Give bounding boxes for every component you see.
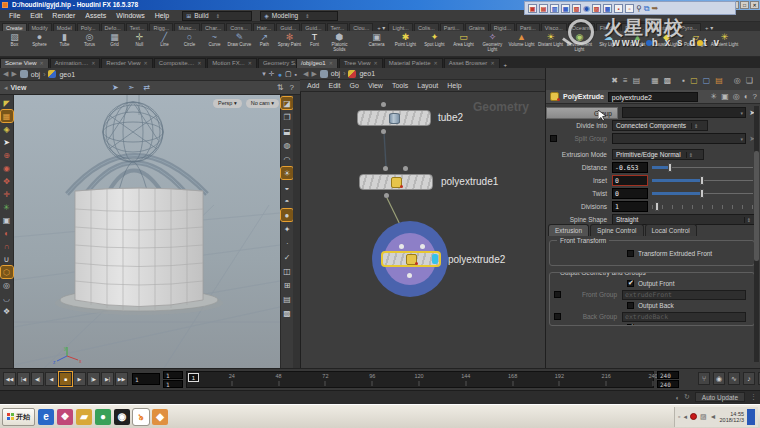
recorder-button-9[interactable]: ▫ xyxy=(625,4,634,13)
shelf-tool[interactable]: ☀ Distant Light xyxy=(536,31,565,52)
path-root[interactable]: obj xyxy=(331,70,340,77)
range-end-field[interactable]: 240 xyxy=(657,371,679,379)
desktop-selector[interactable]: ⊞ Build ⇕ xyxy=(182,11,252,21)
output-side-checkbox[interactable] xyxy=(627,324,634,326)
playback-button[interactable]: ▶| xyxy=(101,372,114,386)
pane-tab[interactable]: Material Palette ✕ xyxy=(384,58,443,68)
recorder-button-4[interactable]: ▦ xyxy=(561,4,570,13)
recorder-button-7[interactable]: ▩ xyxy=(603,4,612,13)
close-icon[interactable]: ✕ xyxy=(40,59,44,68)
recorder-button-6[interactable]: ▨ xyxy=(592,4,601,13)
shelf-tool[interactable]: ◎ Torus xyxy=(77,31,102,56)
shelf-tool[interactable]: ◉ Environment Light xyxy=(565,31,594,52)
playback-button[interactable]: ■ xyxy=(59,372,72,386)
node-input-dot[interactable] xyxy=(420,244,425,249)
more-icon[interactable]: ⋮ xyxy=(750,393,757,401)
shelf-tool[interactable]: ▲ GI Light xyxy=(623,31,652,52)
node-output-dot[interactable] xyxy=(384,193,389,198)
shelf-tab[interactable]: Rigg... xyxy=(149,23,173,31)
blue-panel-icon[interactable]: ▢ xyxy=(703,76,711,85)
playback-start-field[interactable]: 1 xyxy=(163,380,183,388)
tray-network-icon[interactable]: ▨ xyxy=(700,413,707,421)
param-enable-checkbox[interactable] xyxy=(554,313,561,320)
viewport-tool-icon[interactable]: ◉ xyxy=(1,162,13,174)
menu-item[interactable]: Render xyxy=(47,12,80,19)
start-button[interactable]: 开始 xyxy=(2,408,35,426)
floating-panel-icon[interactable]: ❏ xyxy=(746,76,753,85)
viewport-tool-icon[interactable]: ⊕ xyxy=(1,149,13,161)
shelf-tool[interactable]: ▦ Grid xyxy=(102,31,127,56)
realtime-toggle-icon[interactable]: ◉ xyxy=(713,372,725,385)
select-objects-icon[interactable]: ➤ xyxy=(112,83,119,92)
network-menu-item[interactable]: View xyxy=(368,82,383,89)
viewport-tool-icon[interactable]: ∪ xyxy=(1,253,13,265)
close-icon[interactable]: ✕ xyxy=(329,59,333,68)
shelf-tab[interactable]: Parti... xyxy=(440,23,464,31)
group-field[interactable]: ▾ xyxy=(622,107,746,118)
node-input-dot[interactable] xyxy=(403,166,408,171)
quick-launch-icon[interactable]: ❖ xyxy=(57,409,73,425)
node-name-field[interactable]: polyextrude2 xyxy=(608,92,698,102)
help-icon[interactable]: ? xyxy=(290,83,294,92)
node-label[interactable]: polyextrude2 xyxy=(448,254,505,265)
shelf-tab[interactable]: Popul... xyxy=(621,23,648,31)
viewport-tool-icon[interactable]: ✛ xyxy=(1,188,13,200)
viewport-tool-icon[interactable]: ◡ xyxy=(1,292,13,304)
display-option-icon[interactable]: ⬓ xyxy=(281,125,293,137)
camera-menu[interactable]: No cam ▾ xyxy=(246,99,279,108)
divisions-field[interactable]: 1 xyxy=(612,201,648,212)
snap-icon[interactable]: ⇄ xyxy=(143,83,150,92)
node-label[interactable]: polyextrude1 xyxy=(441,176,498,187)
network-menu-item[interactable]: Add xyxy=(307,82,319,89)
layout-icon[interactable]: ⇅ xyxy=(277,83,284,92)
shelf-tool[interactable]: ⬢ Platonic Solids xyxy=(327,31,352,56)
compass-icon[interactable]: ◉ xyxy=(583,4,590,13)
audio-options-icon[interactable]: ♪ xyxy=(743,372,755,385)
shelf-tab[interactable]: Grains xyxy=(465,23,489,31)
view-tool-label[interactable]: View xyxy=(11,84,27,91)
tree-icon[interactable]: ≡ xyxy=(623,76,628,85)
shelf-tab[interactable]: Model xyxy=(53,23,76,31)
display-option-icon[interactable]: ◒ xyxy=(281,181,293,193)
shelf-tool[interactable]: ▮ Tube xyxy=(52,31,77,56)
display-option-icon[interactable]: ◫ xyxy=(281,265,293,277)
shelf-tool[interactable]: ☁ Sky Light xyxy=(594,31,623,52)
recorder-button-8[interactable]: ▪ xyxy=(614,4,623,13)
shelf-tool[interactable]: ○ Circle xyxy=(177,31,202,56)
playback-button[interactable]: ◀◀ xyxy=(3,372,16,386)
shelf-tab[interactable]: Char... xyxy=(201,23,225,31)
twist-slider[interactable] xyxy=(652,188,755,199)
shelf-tab[interactable]: Visco... xyxy=(541,23,567,31)
playback-button[interactable]: ▶▶ xyxy=(115,372,128,386)
pane-tab[interactable]: Scene View ✕ xyxy=(0,58,49,68)
language-bar-icon[interactable] xyxy=(747,409,755,425)
viewport-tool-icon[interactable]: ▣ xyxy=(1,214,13,226)
dropdown-icon[interactable]: ▾ xyxy=(262,70,266,78)
distance-field[interactable]: -0.653 xyxy=(612,162,648,173)
params-subtab[interactable]: Local Control xyxy=(645,224,697,236)
menu-item[interactable]: Assets xyxy=(80,12,111,19)
shelf-tool[interactable]: ▲ Volume Light xyxy=(507,31,536,52)
viewport-tool-icon[interactable]: ❖ xyxy=(1,305,13,317)
help-icon[interactable]: ? xyxy=(753,92,757,101)
extrusion-mode-dropdown[interactable]: Primitive/Edge Normal ⇕ xyxy=(612,149,704,160)
shelf-add-icon[interactable]: + ▾ xyxy=(374,24,388,31)
viewport-tool-icon[interactable]: ➤ xyxy=(1,136,13,148)
display-option-icon[interactable]: ▤ xyxy=(281,293,293,305)
params-subtab[interactable]: Spine Control xyxy=(590,224,643,236)
close-icon[interactable]: ✕ xyxy=(144,59,148,68)
display-option-icon[interactable]: ◪ xyxy=(281,97,293,109)
shelf-tab[interactable]: Hair... xyxy=(253,23,275,31)
panel-icon[interactable]: ▪ xyxy=(295,71,297,78)
node-input-dot[interactable] xyxy=(381,102,386,107)
recorder-button-1[interactable]: ▣ xyxy=(528,4,537,13)
stack-icon[interactable]: ▤ xyxy=(715,76,723,85)
menu-item[interactable]: File xyxy=(4,12,25,19)
shelf-tab[interactable]: Conta... xyxy=(649,23,676,31)
output-back-checkbox[interactable] xyxy=(627,302,634,309)
pane-tab[interactable]: Composite.... ✕ xyxy=(154,58,207,68)
pane-tab[interactable]: Tree View ✕ xyxy=(339,58,383,68)
refresh-icon[interactable]: ↻ xyxy=(684,393,690,401)
pane-tab[interactable]: Animation.... ✕ xyxy=(50,58,101,68)
display-option-icon[interactable]: ◓ xyxy=(281,195,293,207)
